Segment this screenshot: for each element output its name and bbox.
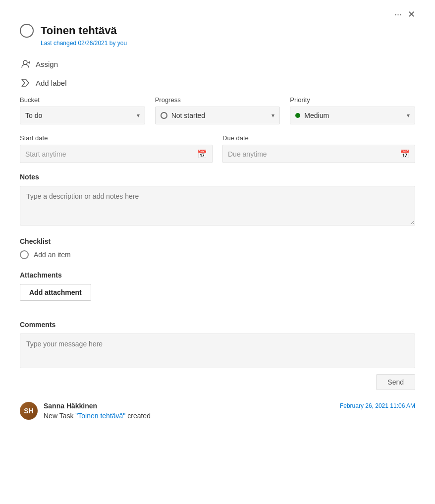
- label-icon: [20, 77, 31, 88]
- progress-label: Progress: [155, 96, 280, 104]
- comment-text-before: New Task: [44, 412, 75, 420]
- comment-input[interactable]: [20, 334, 415, 368]
- progress-indicator: Not started: [161, 112, 205, 119]
- send-row: Send: [20, 374, 415, 390]
- avatar: SH: [20, 402, 38, 420]
- date-grid: Start date Start anytime 📅 Due date Due …: [20, 134, 415, 163]
- task-title-row: Toinen tehtävä: [20, 24, 415, 38]
- start-date-input[interactable]: Start anytime 📅: [20, 145, 213, 163]
- svg-point-0: [23, 60, 27, 64]
- priority-value: Medium: [304, 112, 329, 119]
- progress-chevron-icon: ▾: [272, 112, 274, 119]
- more-icon[interactable]: ···: [394, 10, 402, 19]
- add-attachment-button[interactable]: Add attachment: [20, 284, 91, 301]
- bucket-select[interactable]: To do ▾: [20, 107, 145, 124]
- send-button[interactable]: Send: [376, 374, 415, 390]
- comment-text-after: created: [125, 412, 151, 420]
- progress-value: Not started: [171, 112, 205, 119]
- priority-select[interactable]: Medium ▾: [290, 107, 415, 124]
- checklist-section-title: Checklist: [20, 237, 415, 245]
- avatar-initials: SH: [20, 402, 38, 420]
- checklist-add-circle-icon: [20, 250, 29, 259]
- bpp-grid: Bucket To do ▾ Progress Not started ▾ Pr…: [20, 96, 415, 124]
- last-changed: Last changed 02/26/2021 by you: [41, 40, 415, 47]
- add-label-label: Add label: [36, 79, 67, 87]
- start-calendar-icon: 📅: [197, 149, 207, 159]
- comment-body: Sanna Häkkinen February 26, 2021 11:06 A…: [44, 402, 415, 420]
- priority-chevron-icon: ▾: [407, 112, 410, 119]
- checklist-add-row[interactable]: Add an item: [20, 250, 415, 259]
- bucket-chevron-icon: ▾: [137, 112, 140, 119]
- bucket-value: To do: [25, 112, 42, 119]
- progress-circle-icon: [161, 112, 167, 119]
- start-date-label: Start date: [20, 134, 213, 142]
- task-panel: ··· ✕ Toinen tehtävä Last changed 02/26/…: [0, 0, 435, 504]
- due-date-placeholder: Due anytime: [228, 150, 267, 158]
- due-date-label: Due date: [222, 134, 415, 142]
- comment-header: Sanna Häkkinen February 26, 2021 11:06 A…: [44, 402, 415, 410]
- close-icon[interactable]: ✕: [408, 10, 415, 19]
- comment-item: SH Sanna Häkkinen February 26, 2021 11:0…: [20, 402, 415, 420]
- bucket-label: Bucket: [20, 96, 145, 104]
- priority-dot-icon: [295, 113, 300, 118]
- priority-group: Priority Medium ▾: [290, 96, 415, 124]
- comment-task-link[interactable]: "Toinen tehtävä": [75, 412, 125, 420]
- assign-row[interactable]: Assign: [20, 58, 415, 69]
- progress-group: Progress Not started ▾: [155, 96, 280, 124]
- due-calendar-icon: 📅: [400, 149, 410, 159]
- priority-indicator: Medium: [295, 112, 329, 119]
- add-label-row[interactable]: Add label: [20, 77, 415, 88]
- task-complete-circle[interactable]: [20, 24, 34, 38]
- top-bar: ··· ✕: [20, 10, 415, 19]
- due-date-group: Due date Due anytime 📅: [222, 134, 415, 163]
- comment-time: February 26, 2021 11:06 AM: [340, 402, 415, 409]
- progress-select[interactable]: Not started ▾: [155, 107, 280, 124]
- notes-section-title: Notes: [20, 173, 415, 181]
- due-date-input[interactable]: Due anytime 📅: [222, 145, 415, 163]
- comment-text: New Task "Toinen tehtävä" created: [44, 412, 415, 420]
- notes-textarea[interactable]: [20, 186, 415, 225]
- comment-author: Sanna Häkkinen: [44, 402, 97, 410]
- task-title: Toinen tehtävä: [41, 24, 117, 37]
- checklist-add-label: Add an item: [34, 251, 71, 259]
- comments-section-title: Comments: [20, 321, 415, 329]
- start-date-placeholder: Start anytime: [25, 150, 66, 158]
- assign-icon: [20, 58, 31, 69]
- comments-section: Comments Send SH Sanna Häkkinen February…: [20, 321, 415, 420]
- attachments-section-title: Attachments: [20, 271, 415, 279]
- assign-label: Assign: [36, 60, 58, 68]
- start-date-group: Start date Start anytime 📅: [20, 134, 213, 163]
- bucket-group: Bucket To do ▾: [20, 96, 145, 124]
- priority-label: Priority: [290, 96, 415, 104]
